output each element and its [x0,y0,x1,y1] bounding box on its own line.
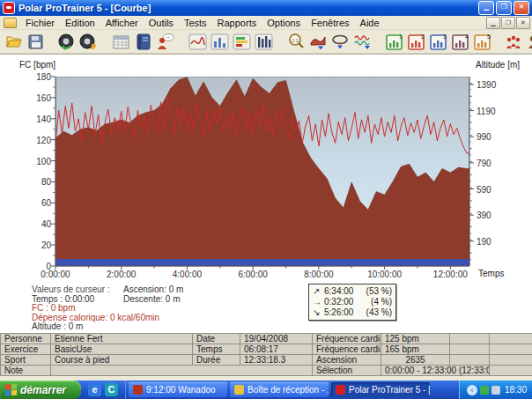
tick-label: 80 [23,177,51,187]
menu-fentres[interactable]: Fenêtres [306,17,354,29]
table-cell: 0:00:00 - 12:33:00 (12:33:00.0) [381,366,490,376]
save-icon [26,33,45,51]
tick-label: 790 [477,159,491,168]
close-button[interactable]: ✕ [514,1,529,15]
tray-icon[interactable] [491,386,500,395]
view-4-icon: 4 [452,33,470,51]
table-cell: 125 bpm [381,334,450,344]
table-cell: 165 bpm [381,344,450,355]
menu-aide[interactable]: Aide [355,17,385,29]
persons-button[interactable] [526,32,532,52]
restore-button[interactable]: ❐ [496,1,512,15]
desktop-screen: Polar ProTrainer 5 - [Courbe] ▁ ❐ ✕ Fich… [0,0,532,399]
table-cell: Course à pied [51,355,193,366]
window-title: Polar ProTrainer 5 - [Courbe] [18,3,477,13]
quick-launch-bar: eC [81,381,126,399]
menu-edition[interactable]: Edition [60,17,100,29]
tick-label: 4:00:00 [160,270,213,279]
taskbar-button[interactable]: Polar ProTrainer 5 - [... [331,382,430,397]
samples-button[interactable] [352,32,373,52]
direction-arrow-icon: ↘ [313,307,324,318]
mdi-minimize-button[interactable]: ▁ [486,17,500,29]
exercise-summary-table: PersonneEtienne FertDate19/04/2008Fréque… [0,333,532,376]
tick-label: 12:00:00 [424,270,477,279]
zoom-1-1-button[interactable]: 1:1 [286,32,307,52]
table-cell: 06:08:17 [240,344,313,355]
mdi-restore-button[interactable]: ❐ [501,17,515,29]
menu-fichier[interactable]: Fichier [20,17,60,29]
view-2-button[interactable]: 2 [407,32,427,52]
lap-view-icon [255,33,273,51]
save-button[interactable] [26,32,46,52]
tray-chevron-icon[interactable]: ‹ [467,385,477,395]
zone-view-icon [233,33,251,51]
menu-options[interactable]: Options [262,17,306,29]
ascent-descent-stats-box: ↗6:34:00(53 %)→0:32:00(4 %)↘5:26:00(43 %… [308,284,396,321]
multi-compare-icon [505,33,523,51]
calendar-icon [112,33,130,51]
person-info-button[interactable] [155,32,175,52]
curve-view-button[interactable] [188,32,208,52]
tick-label: 20 [23,240,51,250]
table-cell: Sport [1,355,51,366]
taskbar-button[interactable]: 9:12:00 Wanadoo [129,382,227,397]
tick-label: 190 [477,237,491,247]
menu-outils[interactable]: Outils [144,17,179,29]
menu-afficher[interactable]: Afficher [100,17,144,29]
table-cell: 19/04/2008 [240,334,313,344]
diary-button[interactable] [133,32,153,52]
multi-compare-button[interactable] [504,32,524,52]
tick-label: 180 [23,72,51,82]
table-row: SportCourse à piedDurée12:33:18.3Ascensi… [1,355,532,366]
view-5-button[interactable]: 5 [473,32,493,52]
table-cell: Etienne Fert [51,334,193,344]
mdi-close-button[interactable]: ✕ [516,17,530,29]
tray-icon[interactable] [480,386,489,395]
menu-rapports[interactable]: Rapports [212,17,262,29]
calendar-button[interactable] [111,32,131,52]
svg-text:2: 2 [421,33,425,40]
transfer-to-device-button[interactable] [78,32,99,52]
open-button[interactable] [4,32,24,52]
tick-label: 590 [477,185,491,195]
minimize-button[interactable]: ▁ [478,1,494,15]
view-2-icon: 2 [408,33,426,51]
table-cell: Temps [193,344,240,355]
view-1-button[interactable]: 1 [385,32,405,52]
view-3-button[interactable]: 3 [429,32,449,52]
table-cell: BasicUse [51,344,193,355]
svg-text:1: 1 [399,33,403,40]
view-4-button[interactable]: 4 [451,32,471,52]
table-cell: Durée [193,355,240,366]
curve-select-button[interactable] [308,32,329,52]
bar-view-button[interactable] [210,32,230,52]
windows-logo-icon [5,384,17,396]
lap-marker-button[interactable] [330,32,351,52]
stats-row: ↘5:26:00(43 %) [313,307,392,318]
system-tray: ‹ 18:30 [459,381,532,399]
table-cell [490,344,532,355]
tick-label: 0:00:00 [29,270,82,279]
menu-tests[interactable]: Tests [179,17,212,29]
table-row: NoteSélection0:00:00 - 12:33:00 (12:33:0… [1,366,532,376]
ie-quicklaunch-icon[interactable]: e [88,383,101,396]
browser-quicklaunch-icon[interactable]: C [105,383,118,396]
persons-icon [527,33,532,51]
start-button[interactable]: démarrer [0,381,81,399]
title-bar: Polar ProTrainer 5 - [Courbe] ▁ ❐ ✕ [0,0,532,16]
menu-bar: FichierEditionAfficherOutilsTestsRapport… [0,16,532,30]
zone-view-button[interactable] [232,32,252,52]
transfer-from-device-button[interactable] [56,32,77,52]
toolbar: 1:112345 [0,30,532,54]
tray-clock: 18:30 [505,385,527,395]
table-cell: 12:33:18.3 [240,355,313,366]
table-cell [490,355,532,366]
zoom-1-1-icon: 1:1 [287,33,306,51]
direction-arrow-icon: → [313,297,324,307]
task-icon [234,385,244,395]
taskbar-button[interactable]: Boîte de réception - ... [230,382,329,397]
stats-row: →0:32:00(4 %) [313,297,392,307]
tick-label: 10:00:00 [358,270,411,279]
child-window-icon[interactable] [4,18,17,28]
lap-view-button[interactable] [254,32,274,52]
